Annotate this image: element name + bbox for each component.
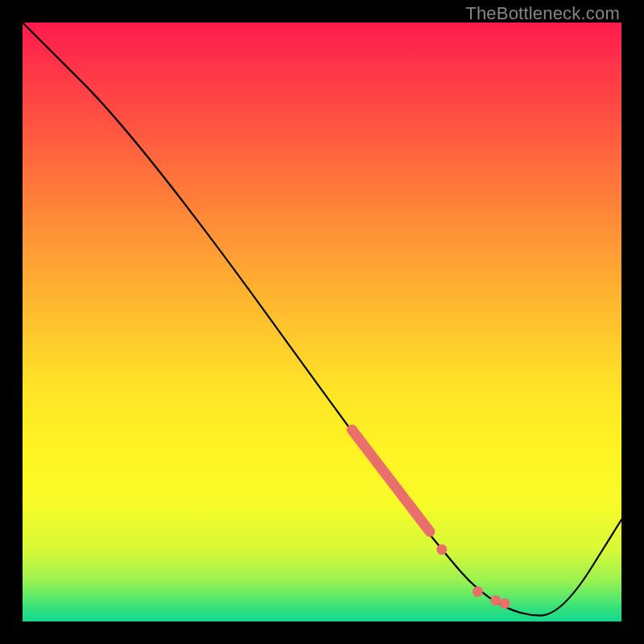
highlight-dots xyxy=(436,544,510,609)
highlight-dot xyxy=(436,544,447,555)
chart-frame: TheBottleneck.com xyxy=(0,0,644,644)
attribution-label: TheBottleneck.com xyxy=(465,3,620,24)
highlight-dot xyxy=(499,598,510,609)
highlight-dot xyxy=(473,586,483,597)
curve-line xyxy=(23,23,621,616)
highlight-segment xyxy=(352,430,430,531)
chart-overlay xyxy=(23,23,621,621)
plot-area xyxy=(23,23,621,621)
highlight-dot xyxy=(490,595,501,605)
